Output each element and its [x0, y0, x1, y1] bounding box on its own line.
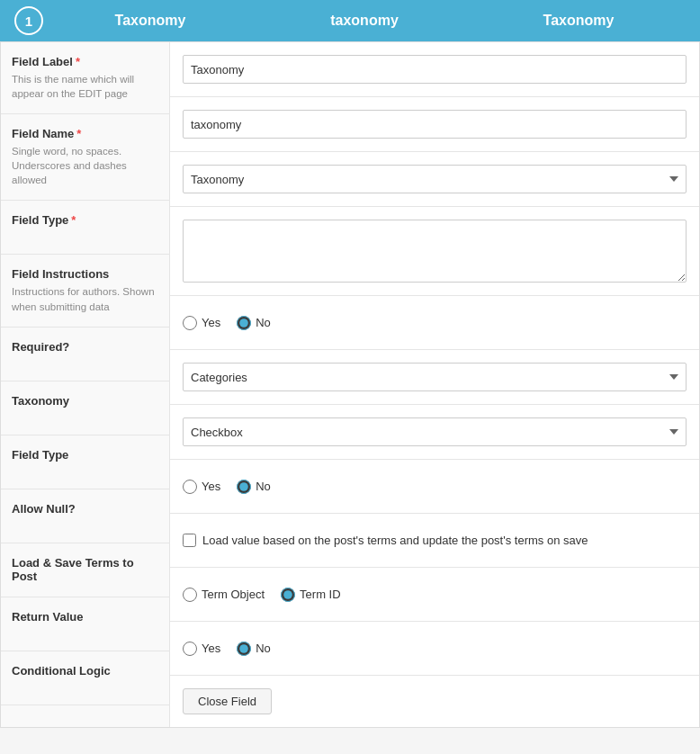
conditional-logic-radio-group: Yes No: [183, 642, 271, 656]
allow-null-yes-label[interactable]: Yes: [183, 480, 220, 494]
bottom-row: Close Field: [170, 676, 699, 727]
required-radio-group: Yes No: [183, 316, 271, 330]
allow-null-yes-radio[interactable]: [183, 480, 197, 494]
sidebar-row-field-type: Field Type *: [1, 201, 169, 255]
content-row-taxonomy: Categories: [170, 350, 699, 405]
allow-null-heading: Allow Null?: [12, 502, 158, 516]
sidebar-row-field-label: Field Label * This is the name which wil…: [1, 42, 169, 114]
sidebar-row-field-name: Field Name * Single word, no spaces. Und…: [1, 114, 169, 201]
field-label-input[interactable]: [183, 55, 687, 84]
field-label-desc: This is the name which will appear on th…: [12, 72, 158, 101]
conditional-logic-no-radio[interactable]: [237, 642, 251, 656]
step-indicator: 1: [14, 6, 43, 35]
sidebar-row-field-instructions: Field Instructions Instructions for auth…: [1, 255, 169, 327]
return-value-term-id-radio[interactable]: [281, 588, 295, 602]
required-no-label[interactable]: No: [237, 316, 271, 330]
conditional-logic-heading: Conditional Logic: [12, 664, 158, 678]
header-titles: Taxonomy taxonomy Taxonomy: [43, 13, 686, 29]
return-value-radio-group: Term Object Term ID: [183, 588, 341, 602]
required-yes-label[interactable]: Yes: [183, 316, 220, 330]
field-type-heading: Field Type *: [12, 213, 158, 227]
required-yes-radio[interactable]: [183, 316, 197, 330]
sidebar-row-allow-null: Allow Null?: [1, 489, 169, 543]
field-type-select[interactable]: Taxonomy: [183, 165, 687, 193]
header-col-3: Taxonomy: [471, 13, 686, 29]
sidebar: Field Label * This is the name which wil…: [1, 42, 170, 727]
field-instructions-desc: Instructions for authors. Shown when sub…: [12, 284, 158, 313]
conditional-logic-yes-radio[interactable]: [183, 642, 197, 656]
content-row-conditional-logic: Yes No: [170, 622, 699, 676]
return-value-term-object-radio[interactable]: [183, 588, 197, 602]
taxonomy-select[interactable]: Categories: [183, 363, 687, 391]
allow-null-no-radio[interactable]: [237, 480, 251, 494]
return-value-term-id-label[interactable]: Term ID: [281, 588, 341, 602]
allow-null-no-label[interactable]: No: [237, 480, 271, 494]
close-field-button[interactable]: Close Field: [183, 688, 272, 714]
conditional-logic-yes-label[interactable]: Yes: [183, 642, 220, 656]
content-row-field-name: [170, 97, 699, 152]
load-save-heading: Load & Save Terms to Post: [12, 556, 158, 583]
sidebar-row-required: Required?: [1, 328, 169, 381]
field-name-required: *: [76, 127, 81, 140]
required-heading: Required?: [12, 340, 158, 354]
content-row-load-save: Load value based on the post's terms and…: [170, 514, 699, 568]
field-type-required: *: [71, 213, 76, 227]
field-name-heading: Field Name *: [12, 127, 158, 140]
sidebar-row-return-value: Return Value: [1, 597, 169, 651]
field-type2-heading: Field Type: [12, 448, 158, 462]
field-name-input[interactable]: [183, 110, 687, 139]
sidebar-row-taxonomy: Taxonomy: [1, 381, 169, 435]
load-save-checkbox-label[interactable]: Load value based on the post's terms and…: [183, 534, 588, 547]
content-row-return-value: Term Object Term ID: [170, 568, 699, 622]
content-row-allow-null: Yes No: [170, 460, 699, 514]
taxonomy-heading: Taxonomy: [12, 394, 158, 408]
return-value-term-object-label[interactable]: Term Object: [183, 588, 265, 602]
allow-null-radio-group: Yes No: [183, 480, 271, 494]
required-no-radio[interactable]: [237, 316, 251, 330]
content-row-field-label: [170, 42, 699, 97]
sidebar-row-load-save: Load & Save Terms to Post: [1, 543, 169, 597]
content-row-field-type2: Checkbox: [170, 405, 699, 460]
load-save-checkbox[interactable]: [183, 534, 196, 547]
content-row-field-instructions: [170, 207, 699, 296]
field-label-required: *: [76, 55, 80, 68]
header-col-2: taxonomy: [257, 13, 471, 29]
content-row-required: Yes No: [170, 296, 699, 350]
return-value-heading: Return Value: [12, 610, 158, 624]
load-save-text: Load value based on the post's terms and…: [202, 534, 588, 547]
content-row-field-type: Taxonomy: [170, 152, 699, 207]
content-panel: Taxonomy Yes No Categories: [170, 42, 699, 727]
field-label-heading: Field Label *: [12, 55, 158, 68]
conditional-logic-no-label[interactable]: No: [237, 642, 271, 656]
header: 1 Taxonomy taxonomy Taxonomy: [0, 0, 700, 41]
field-instructions-textarea[interactable]: [183, 220, 687, 283]
sidebar-row-field-type2: Field Type: [1, 435, 169, 489]
sidebar-row-conditional-logic: Conditional Logic: [1, 651, 169, 705]
main-panel: Field Label * This is the name which wil…: [0, 41, 700, 728]
field-instructions-heading: Field Instructions: [12, 267, 158, 281]
field-type2-select[interactable]: Checkbox: [183, 417, 687, 446]
header-col-1: Taxonomy: [43, 13, 257, 29]
field-name-desc: Single word, no spaces. Underscores and …: [12, 144, 158, 187]
